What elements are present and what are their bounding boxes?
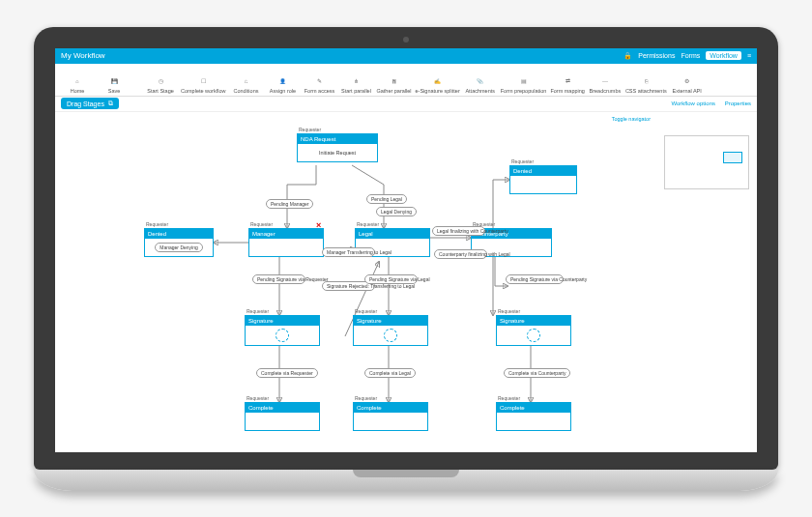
node-complete-right[interactable]: Requester Complete <box>496 402 571 431</box>
drag-stages-label: Drag Stages <box>67 101 104 107</box>
node-signature-mid[interactable]: Requester Signature <box>353 315 428 346</box>
forms-link[interactable]: Forms <box>681 52 700 59</box>
page-title: My Workflow <box>61 51 105 60</box>
node-role: Requester <box>146 221 168 227</box>
minimap-viewport[interactable] <box>723 152 742 163</box>
node-title: Signature <box>246 316 319 326</box>
tool-api-label: External API <box>673 88 702 94</box>
check-icon: ☐ <box>196 74 210 88</box>
node-body <box>354 326 427 345</box>
node-signature-right[interactable]: Requester Signature <box>496 315 571 346</box>
tool-form-access-label: Form access <box>304 88 334 94</box>
properties-link[interactable]: Properties <box>725 101 751 106</box>
minimap[interactable] <box>664 135 749 189</box>
node-signature-left[interactable]: Requester Signature <box>245 315 320 346</box>
workflow-button[interactable]: Workflow <box>706 51 741 60</box>
workflow-canvas[interactable]: Toggle navigator <box>55 112 757 452</box>
node-complete-mid[interactable]: Requester Complete <box>353 402 428 431</box>
toolbar: ⌂Home 💾Save ◷Start Stage ☐Complete workf… <box>55 64 757 97</box>
toggle-navigator-link[interactable]: Toggle navigator <box>612 116 651 122</box>
tool-assign-role-label: Assign role <box>270 88 296 94</box>
trackpad-notch <box>353 470 459 477</box>
node-role: Requester <box>355 395 377 401</box>
node-title: Complete <box>246 403 319 413</box>
node-body <box>246 413 319 430</box>
paperclip-icon: 📎 <box>474 74 487 88</box>
tool-attachments[interactable]: 📎Attachments <box>464 74 497 94</box>
node-manager[interactable]: Requester Manager <box>248 228 324 257</box>
tool-assign-role[interactable]: 👤Assign role <box>266 74 299 94</box>
signature-icon: ✍ <box>431 74 445 88</box>
node-complete-left[interactable]: Requester Complete <box>245 402 320 431</box>
tool-complete-workflow-label: Complete workflow <box>181 88 225 94</box>
edge-label: Manager Transferring to Legal <box>322 247 375 257</box>
edge-label: Counterparty finalizing with Legal <box>434 249 487 259</box>
edge-label: Pending Signature via Requester <box>252 274 305 284</box>
permissions-link[interactable]: Permissions <box>638 52 675 59</box>
tool-form-mapping[interactable]: ⇄Form mapping <box>550 74 584 94</box>
laptop-frame: My Workflow 🔒 Permissions Forms Workflow… <box>34 27 778 491</box>
node-role: Requester <box>299 127 321 132</box>
tool-css-label: CSS attachments <box>625 88 667 94</box>
node-nda-request[interactable]: Requester NDA Request Initiate Request <box>297 133 378 162</box>
tool-home[interactable]: ⌂Home <box>61 74 94 94</box>
signature-icon <box>276 329 289 342</box>
tool-start-parallel-label: Start parallel <box>341 88 371 94</box>
edge-label: Pending Signature via Counterparty <box>506 274 564 284</box>
tool-mapping-label: Form mapping <box>550 88 584 94</box>
titlebar-right: 🔒 Permissions Forms Workflow ≡ <box>624 51 751 60</box>
tool-breadcrumbs[interactable]: ⋯Breadcrumbs <box>589 74 622 94</box>
node-body <box>497 326 570 345</box>
node-title: Denied <box>510 166 576 176</box>
tool-conditions-label: Conditions <box>233 88 258 94</box>
drag-stages-chip[interactable]: Drag Stages ⧉ <box>61 98 119 109</box>
node-body-pill: Manager Denying <box>155 243 202 252</box>
node-title: Legal <box>356 229 429 239</box>
tool-external-api[interactable]: ⚙External API <box>671 74 704 94</box>
edge-label: Pending Legal <box>366 194 407 204</box>
tool-esignature-splitter[interactable]: ✍e-Signature splitter <box>416 74 460 94</box>
camera-dot <box>403 37 409 43</box>
tool-form-access[interactable]: ✎Form access <box>303 74 335 94</box>
tool-attachments-label: Attachments <box>465 88 495 94</box>
node-denied-left[interactable]: Requester Denied Manager Denying <box>144 228 214 257</box>
save-icon: 💾 <box>107 74 121 88</box>
delete-marker[interactable]: × <box>316 220 321 230</box>
node-title: Complete <box>497 403 570 413</box>
breadcrumb-icon: ⋯ <box>598 74 612 88</box>
tool-start-stage[interactable]: ◷Start Stage <box>144 74 177 94</box>
tool-breadcrumbs-label: Breadcrumbs <box>590 88 622 94</box>
tool-gather-parallel-label: Gather parallel <box>376 88 411 94</box>
tool-form-prepopulation[interactable]: ▤Form prepopulation <box>501 74 547 94</box>
node-role: Requester <box>355 308 377 314</box>
tool-save[interactable]: 💾Save <box>98 74 130 94</box>
node-body: Initiate Request <box>298 144 377 161</box>
tool-esig-label: e-Signature splitter <box>416 88 460 94</box>
edge-label: Pending Manager <box>266 199 313 209</box>
node-title: Manager <box>249 229 323 239</box>
mapping-icon: ⇄ <box>561 74 574 88</box>
menu-icon[interactable]: ≡ <box>747 52 751 59</box>
node-role: Requester <box>498 395 520 401</box>
tool-conditions[interactable]: ⎌Conditions <box>229 74 262 94</box>
subbar-right: Workflow options Properties <box>663 101 751 106</box>
workflow-options-link[interactable]: Workflow options <box>671 101 715 106</box>
node-denied-top[interactable]: Requester Denied <box>509 165 577 194</box>
home-icon: ⌂ <box>71 74 84 88</box>
edge-label: Complete via Legal <box>364 368 416 378</box>
tool-css-attachments[interactable]: ⎘CSS attachments <box>625 74 667 94</box>
tool-home-label: Home <box>71 88 85 94</box>
tool-gather-parallel[interactable]: ⩎Gather parallel <box>376 74 411 94</box>
lock-icon: 🔒 <box>624 52 632 60</box>
tool-start-parallel[interactable]: ⋔Start parallel <box>339 74 372 94</box>
node-title: Denied <box>145 229 213 239</box>
edge-label: Complete via Requester <box>256 368 318 378</box>
css-icon: ⎘ <box>639 74 652 88</box>
tool-start-stage-label: Start Stage <box>147 88 174 94</box>
node-title: Complete <box>354 403 427 413</box>
node-role: Requester <box>246 395 269 401</box>
drag-icon: ⧉ <box>108 100 113 107</box>
tool-complete-workflow[interactable]: ☐Complete workflow <box>181 74 225 94</box>
edge-label: Complete via Counterparty <box>504 368 570 378</box>
tool-save-label: Save <box>108 88 121 94</box>
